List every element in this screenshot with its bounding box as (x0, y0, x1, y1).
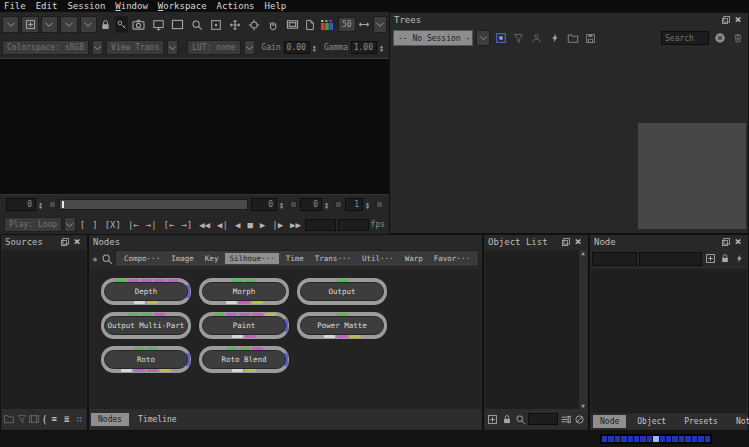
node-label-field[interactable] (639, 252, 702, 266)
node-item-morph[interactable]: Morph (199, 278, 289, 305)
float-panel-icon[interactable] (59, 237, 71, 248)
object-list[interactable] (485, 250, 579, 409)
gain-value[interactable]: 0.00 (284, 41, 310, 54)
float-panel-icon[interactable] (720, 15, 732, 26)
key-icon[interactable] (115, 16, 129, 33)
transport-button-13[interactable]: ▶▶ (288, 220, 303, 230)
notes-page-icon[interactable] (303, 16, 317, 33)
tab-compo[interactable]: Compo··· (120, 253, 164, 264)
transport-button-5[interactable]: [← (162, 220, 177, 230)
view-mode-dropdown[interactable] (2, 16, 19, 33)
menu-item-session[interactable]: Session (67, 0, 105, 12)
source-filter-icon[interactable] (16, 412, 27, 426)
thumbnail-view-icon[interactable]: ∷ (73, 412, 84, 426)
favorites-star-icon[interactable]: ★ (92, 253, 98, 264)
view-transform-chevron-icon[interactable] (167, 40, 178, 55)
lock-icon[interactable] (99, 16, 113, 33)
colorspace-chevron-icon[interactable] (92, 40, 103, 55)
save-icon[interactable] (583, 31, 598, 46)
compare-dropdown[interactable] (60, 16, 77, 33)
play-mode-chevron-icon[interactable] (64, 217, 76, 232)
node-panel-tab-presets[interactable]: Presets (677, 415, 725, 428)
compare-wipe-icon[interactable] (358, 16, 372, 33)
gain-stepper[interactable]: ▲▼ (313, 44, 316, 52)
current-frame-value[interactable]: 0 (6, 198, 36, 211)
range-end-stepper[interactable]: ▲▼ (325, 201, 332, 209)
fps-field-1[interactable] (305, 219, 336, 231)
step-value[interactable]: 1 (345, 198, 363, 211)
bottom-tab-timeline[interactable]: Timeline (131, 413, 184, 426)
tab-silhoue[interactable]: Silhoue··· (225, 253, 278, 264)
transport-button-0[interactable]: [ (78, 220, 87, 230)
node-item-output-multi-part[interactable]: Output Multi-Part (101, 312, 191, 339)
fps-field-2[interactable] (338, 219, 369, 231)
close-panel-icon[interactable]: × (71, 237, 83, 248)
step-button[interactable] (376, 201, 383, 208)
color-bars-icon[interactable] (319, 16, 336, 33)
node-item-depth[interactable]: Depth (101, 278, 191, 305)
node-search-icon[interactable] (100, 252, 113, 266)
lock-node-icon[interactable] (719, 252, 732, 266)
close-panel-icon[interactable]: × (732, 237, 744, 248)
region-of-interest-icon[interactable] (207, 16, 224, 33)
tab-image[interactable]: Image (167, 253, 198, 264)
object-filter-input[interactable] (528, 413, 558, 425)
trash-icon[interactable] (730, 31, 745, 46)
range-start-stepper[interactable]: ▲▼ (280, 201, 287, 209)
view-transform-dropdown[interactable]: View Trans (106, 40, 164, 55)
range-end-value[interactable]: 0 (300, 198, 322, 211)
tab-warp[interactable]: Warp (401, 253, 427, 264)
transport-button-12[interactable]: |▶ (270, 220, 285, 230)
transport-button-1[interactable]: ] (90, 220, 99, 230)
object-list-scrollbar[interactable]: ▲ ▼ (579, 250, 587, 409)
dissolve-value[interactable]: 50 (338, 17, 356, 32)
target-tracker-icon[interactable] (246, 16, 263, 33)
gamma-reset-button[interactable] (386, 44, 388, 51)
playhead[interactable] (62, 201, 64, 208)
frame-overlay-icon[interactable] (284, 16, 301, 33)
collapse-handle[interactable]: ( (41, 414, 47, 425)
filter-icon[interactable] (511, 31, 526, 46)
detail-view-icon[interactable]: ≣ (61, 412, 72, 426)
range-end-button[interactable] (335, 201, 342, 208)
full-screen-icon[interactable] (169, 16, 186, 33)
menu-item-window[interactable]: Window (115, 0, 148, 12)
transport-button-2[interactable]: [X] (103, 220, 123, 230)
broadcast-monitor-icon[interactable] (150, 16, 167, 33)
tab-time[interactable]: Time (282, 253, 308, 264)
layers-icon[interactable] (559, 412, 572, 426)
node-panel-tab-object[interactable]: Object (630, 415, 673, 428)
play-mode-dropdown[interactable]: Play: Loop (4, 217, 62, 232)
add-object-icon[interactable] (486, 412, 499, 426)
lut-dropdown[interactable]: LUT: none (187, 40, 240, 55)
gain-reset-button[interactable] (319, 44, 321, 51)
close-panel-icon[interactable]: × (732, 15, 744, 26)
snapshot-camera-icon[interactable] (130, 16, 147, 33)
stereo-dropdown[interactable] (80, 16, 97, 33)
viewer-options-dropdown[interactable] (373, 16, 387, 33)
add-view-button[interactable] (21, 16, 38, 33)
tab-favor[interactable]: Favor··· (430, 253, 474, 264)
menu-item-actions[interactable]: Actions (217, 0, 255, 12)
bottom-tab-nodes[interactable]: Nodes (91, 413, 129, 426)
pan-arrows-icon[interactable] (226, 16, 243, 33)
import-folder-icon[interactable] (565, 31, 580, 46)
sources-list[interactable] (2, 250, 86, 409)
list-view-icon[interactable]: ≡ (49, 412, 60, 426)
gamma-stepper[interactable]: ▲▼ (380, 44, 383, 52)
node-name-field[interactable] (592, 252, 637, 266)
node-item-roto[interactable]: Roto (101, 346, 191, 373)
node-item-roto-blend[interactable]: Roto Blend (199, 346, 289, 373)
close-panel-icon[interactable]: × (572, 237, 584, 248)
process-lightning-icon[interactable] (547, 31, 562, 46)
current-frame-button[interactable] (49, 201, 56, 208)
search-object-icon[interactable] (514, 412, 527, 426)
node-item-paint[interactable]: Paint (199, 312, 289, 339)
gamma-value[interactable]: 1.00 (351, 41, 377, 54)
add-parameter-icon[interactable] (704, 252, 717, 266)
step-stepper[interactable]: ▲▼ (366, 201, 373, 209)
float-panel-icon[interactable] (720, 237, 732, 248)
transport-button-4[interactable]: →| (144, 220, 159, 230)
node-item-power-matte[interactable]: Power Matte (297, 312, 387, 339)
tab-util[interactable]: Util··· (358, 253, 398, 264)
